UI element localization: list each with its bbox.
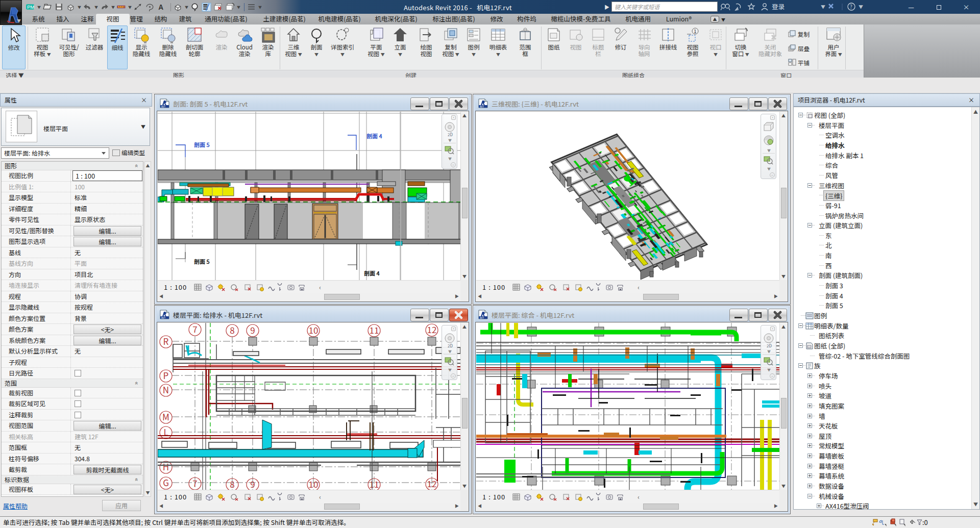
svg-text:剖面 5: 剖面 5 bbox=[194, 140, 210, 148]
svg-text:RVT: RVT bbox=[161, 316, 165, 319]
svg-text:PM: PM bbox=[27, 4, 34, 10]
svg-text:1: 1 bbox=[694, 27, 697, 35]
svg-text:12: 12 bbox=[427, 323, 437, 336]
svg-text:9: 9 bbox=[250, 323, 255, 336]
svg-text:RVT: RVT bbox=[480, 316, 484, 319]
svg-text:10: 10 bbox=[309, 323, 318, 336]
svg-text:P: P bbox=[163, 369, 169, 382]
svg-text:▼: ▼ bbox=[859, 4, 863, 10]
svg-text:10: 10 bbox=[309, 477, 318, 490]
svg-text:L: L bbox=[163, 425, 168, 438]
svg-text:G: G bbox=[163, 476, 169, 489]
svg-text:11: 11 bbox=[370, 477, 379, 490]
svg-text:RVT: RVT bbox=[161, 105, 165, 108]
svg-text:11: 11 bbox=[370, 323, 379, 336]
svg-text:剖面 5: 剖面 5 bbox=[194, 257, 210, 265]
svg-text:8: 8 bbox=[230, 323, 234, 336]
svg-text:A: A bbox=[158, 3, 163, 11]
svg-text:?: ? bbox=[850, 3, 852, 10]
svg-text:12: 12 bbox=[427, 477, 437, 490]
svg-text:R: R bbox=[163, 335, 169, 347]
svg-text:登录: 登录 bbox=[772, 3, 785, 11]
svg-text:7: 7 bbox=[192, 323, 197, 335]
svg-text:N: N bbox=[163, 383, 169, 396]
svg-text:M: M bbox=[162, 410, 169, 423]
svg-text:7: 7 bbox=[192, 476, 197, 489]
svg-text:▼: ▼ bbox=[821, 4, 825, 10]
svg-text:RVT: RVT bbox=[480, 105, 484, 108]
svg-text:8: 8 bbox=[230, 477, 234, 490]
svg-text:剖面 4: 剖面 4 bbox=[366, 132, 382, 140]
svg-text:剖面 4: 剖面 4 bbox=[364, 269, 380, 277]
svg-text:9: 9 bbox=[250, 477, 255, 490]
